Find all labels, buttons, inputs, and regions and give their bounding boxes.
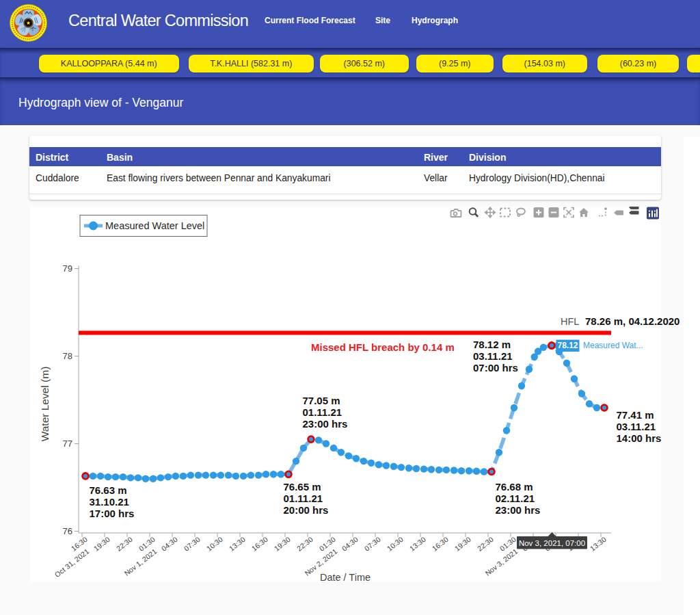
svg-text:78: 78 <box>63 350 72 361</box>
svg-text:Date / Time: Date / Time <box>320 571 371 582</box>
svg-text:Nov 3, 2021, 07:00: Nov 3, 2021, 07:00 <box>519 538 585 547</box>
svg-text:76: 76 <box>63 525 72 536</box>
svg-text:77: 77 <box>63 438 72 448</box>
svg-text:79: 79 <box>63 263 72 273</box>
svg-text:Measured Water Level: Measured Water Level <box>105 220 204 231</box>
svg-text:Measured Wat...: Measured Wat... <box>583 341 643 350</box>
svg-text:Water Level (m): Water Level (m) <box>39 366 51 441</box>
svg-text:Missed HFL breach by 0.14 m: Missed HFL breach by 0.14 m <box>311 341 455 352</box>
svg-text:78.12: 78.12 <box>557 341 578 350</box>
svg-text:HFL: HFL <box>561 315 579 326</box>
svg-text:78.26 m, 04.12.2020: 78.26 m, 04.12.2020 <box>585 315 679 326</box>
